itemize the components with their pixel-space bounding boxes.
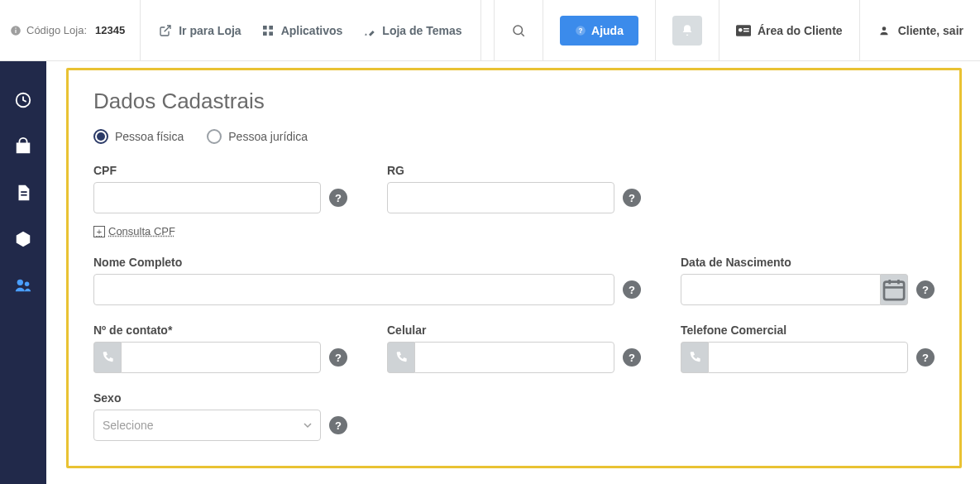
store-code-value: 12345 — [95, 24, 125, 36]
store-code: Código Loja: 12345 — [0, 0, 141, 60]
mobile-input[interactable] — [414, 342, 614, 373]
form-grid: CPF ? + Consulta CPF RG ? — [93, 164, 935, 441]
cpf-input[interactable] — [93, 182, 321, 213]
rg-input[interactable] — [387, 182, 614, 213]
svg-point-16 — [882, 26, 886, 31]
svg-rect-4 — [263, 26, 267, 30]
top-spacer — [481, 0, 495, 60]
gender-placeholder: Selecione — [103, 419, 154, 432]
nav-themes-label: Loja de Temas — [382, 24, 461, 37]
brush-icon — [362, 24, 375, 37]
birth-date-input[interactable] — [681, 274, 881, 305]
question-icon: ? — [575, 25, 586, 36]
svg-point-20 — [17, 280, 23, 285]
field-full-name: Nome Completo ? — [93, 256, 641, 305]
phone-prefix — [93, 342, 121, 373]
search-icon — [511, 23, 526, 38]
cpf-label: CPF — [93, 164, 347, 177]
gender-help-icon[interactable]: ? — [329, 416, 347, 434]
top-links: Ir para Loja Aplicativos Loja de Temas — [141, 0, 480, 60]
phone-prefix — [387, 342, 414, 373]
radio-company[interactable]: Pessoa jurídica — [207, 129, 308, 144]
field-gender: Sexo Selecione ? — [93, 391, 347, 441]
client-area-label: Área do Cliente — [758, 24, 843, 37]
client-exit-label: Cliente, sair — [898, 24, 963, 37]
commercial-phone-input[interactable] — [708, 342, 908, 373]
person-type-radio-group: Pessoa física Pessoa jurídica — [93, 129, 935, 144]
chevron-down-icon — [304, 421, 312, 429]
notifications-action[interactable] — [656, 0, 719, 60]
registration-panel: Dados Cadastrais Pessoa física Pessoa ju… — [66, 68, 962, 468]
radio-individual-label: Pessoa física — [115, 130, 184, 143]
radio-outer — [93, 129, 108, 144]
svg-rect-18 — [21, 191, 26, 193]
users-icon[interactable] — [14, 276, 32, 295]
bag-icon[interactable] — [14, 137, 32, 156]
help-button-label: Ajuda — [591, 24, 624, 37]
consult-cpf-link[interactable]: + Consulta CPF — [93, 225, 347, 237]
search-button[interactable] — [495, 0, 543, 60]
client-exit-link[interactable]: Cliente, sair — [860, 0, 980, 60]
svg-rect-15 — [743, 31, 749, 32]
contact-number-help-icon[interactable]: ? — [329, 348, 347, 367]
bell-icon — [681, 24, 694, 37]
box-icon[interactable] — [14, 230, 32, 248]
info-icon — [10, 25, 22, 36]
full-name-help-icon[interactable]: ? — [623, 280, 641, 299]
topbar: Código Loja: 12345 Ir para Loja Aplicati… — [0, 0, 980, 61]
svg-point-13 — [739, 28, 743, 32]
birth-date-help-icon[interactable]: ? — [916, 280, 935, 299]
gender-select[interactable]: Selecione — [93, 410, 321, 441]
svg-rect-5 — [269, 26, 273, 30]
registration-title: Dados Cadastrais — [93, 89, 935, 114]
mobile-label: Celular — [387, 323, 641, 337]
sidebar — [0, 61, 46, 484]
help-action: ? Ajuda — [543, 0, 656, 60]
commercial-phone-label: Telefone Comercial — [681, 323, 935, 337]
field-rg: RG ? — [387, 164, 641, 237]
radio-outer — [207, 129, 222, 144]
dashboard-icon[interactable] — [14, 91, 32, 109]
consult-cpf-label: Consulta CPF — [108, 225, 175, 237]
help-button[interactable]: ? Ajuda — [560, 16, 638, 46]
radio-individual[interactable]: Pessoa física — [93, 129, 184, 144]
grid-icon — [261, 24, 275, 37]
nav-go-to-store[interactable]: Ir para Loja — [159, 24, 241, 37]
plus-icon: + — [93, 226, 105, 237]
field-birth-date: Data de Nascimento ? — [681, 256, 935, 305]
phone-icon — [394, 351, 408, 364]
phone-icon — [101, 351, 114, 364]
svg-line-9 — [522, 33, 524, 36]
nav-themes[interactable]: Loja de Temas — [362, 24, 461, 37]
nav-apps-label: Aplicativos — [281, 24, 343, 37]
svg-rect-7 — [269, 31, 273, 36]
nav-go-to-store-label: Ir para Loja — [179, 24, 241, 37]
radio-company-label: Pessoa jurídica — [228, 130, 308, 143]
svg-line-3 — [165, 26, 170, 31]
full-name-label: Nome Completo — [93, 256, 641, 269]
main: Dados Cadastrais Pessoa física Pessoa ju… — [46, 61, 980, 484]
contact-number-input[interactable] — [121, 342, 321, 373]
svg-rect-22 — [884, 282, 904, 300]
svg-text:?: ? — [579, 26, 583, 34]
phone-prefix — [681, 342, 708, 373]
cpf-help-icon[interactable]: ? — [329, 189, 347, 207]
rg-help-icon[interactable]: ? — [623, 189, 641, 207]
full-name-input[interactable] — [93, 274, 614, 305]
mobile-help-icon[interactable]: ? — [623, 348, 641, 367]
svg-rect-19 — [21, 194, 26, 196]
svg-rect-6 — [263, 31, 267, 36]
rg-label: RG — [387, 164, 641, 177]
gender-label: Sexo — [93, 391, 347, 405]
calendar-icon — [881, 276, 907, 303]
svg-rect-1 — [15, 29, 16, 32]
bell-box — [672, 16, 702, 46]
nav-apps[interactable]: Aplicativos — [261, 24, 343, 37]
document-icon[interactable] — [14, 184, 32, 202]
commercial-phone-help-icon[interactable]: ? — [916, 348, 935, 367]
client-area-link[interactable]: Área do Cliente — [719, 0, 860, 60]
svg-rect-14 — [743, 28, 749, 30]
user-icon — [877, 25, 892, 36]
calendar-button[interactable] — [881, 274, 908, 305]
field-commercial-phone: Telefone Comercial ? — [681, 323, 935, 373]
